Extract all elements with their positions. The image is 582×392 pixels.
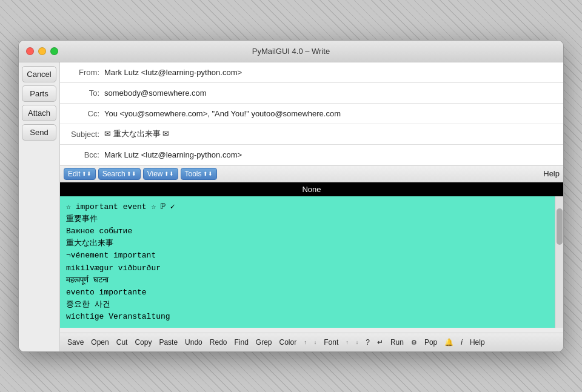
cut-button[interactable]: Cut	[113, 336, 132, 349]
none-label: None	[302, 185, 321, 194]
to-label: To:	[65, 88, 104, 98]
gear-button[interactable]: ⚙	[407, 336, 421, 349]
font-up-button[interactable]: ↑	[342, 337, 352, 348]
scrollbar-thumb[interactable]	[557, 208, 563, 245]
tools-label: Tools	[185, 170, 202, 178]
attach-button[interactable]: Attach	[22, 105, 56, 121]
bell-button[interactable]: 🔔	[441, 336, 457, 349]
bcc-value[interactable]: Mark Lutz <lutz@learning-python.com>	[104, 150, 558, 159]
window-controls	[26, 47, 58, 55]
color-button[interactable]: Color	[276, 336, 301, 349]
search-menu[interactable]: Search ⬆⬇	[98, 168, 141, 180]
copy-button[interactable]: Copy	[131, 336, 155, 349]
paste-button[interactable]: Paste	[155, 336, 181, 349]
view-label: View	[147, 170, 163, 178]
tools-menu[interactable]: Tools ⬆⬇	[181, 168, 217, 180]
scrollbar[interactable]	[555, 196, 563, 328]
bcc-row: Bcc: Mark Lutz <lutz@learning-python.com…	[60, 145, 563, 165]
subject-value[interactable]: ✉ 重大な出来事 ✉	[104, 128, 558, 139]
enter-button[interactable]: ↵	[373, 336, 387, 349]
email-fields: From: Mark Lutz <lutz@learning-python.co…	[60, 62, 563, 166]
redo-button[interactable]: Redo	[206, 336, 231, 349]
run-button[interactable]: Run	[387, 336, 407, 349]
maximize-button[interactable]	[50, 47, 58, 55]
search-arrow: ⬆⬇	[127, 171, 136, 177]
from-label: From:	[65, 68, 104, 77]
cancel-button[interactable]: Cancel	[22, 66, 56, 82]
cc-value[interactable]: You <you@somewhere.com>, "And You!" yout…	[104, 109, 558, 118]
help-button[interactable]: Help	[466, 336, 489, 349]
bcc-label: Bcc:	[65, 150, 104, 159]
color-down-button[interactable]: ↓	[310, 337, 321, 348]
info-button[interactable]: i	[457, 336, 466, 349]
grep-button[interactable]: Grep	[252, 336, 276, 349]
from-value[interactable]: Mark Lutz <lutz@learning-python.com>	[104, 68, 558, 77]
gap-row	[60, 328, 563, 333]
tools-arrow: ⬆⬇	[203, 171, 213, 177]
subject-label: Subject:	[65, 130, 104, 139]
subject-row: Subject: ✉ 重大な出来事 ✉	[60, 124, 563, 145]
undo-button[interactable]: Undo	[181, 336, 206, 349]
from-row: From: Mark Lutz <lutz@learning-python.co…	[60, 62, 563, 83]
font-down-button[interactable]: ↓	[352, 337, 363, 348]
cc-row: Cc: You <you@somewhere.com>, "And You!" …	[60, 104, 563, 124]
view-menu[interactable]: View ⬆⬇	[143, 168, 178, 180]
help-menu[interactable]: Help	[543, 169, 560, 178]
color-up-button[interactable]: ↑	[300, 337, 310, 348]
edit-menu[interactable]: Edit ⬆⬇	[64, 168, 96, 180]
bottom-toolbar: Save Open Cut Copy Paste Undo Redo Find …	[60, 333, 563, 351]
editor-area[interactable]: ☆ important event ☆ ℙ ✓重要事件Важное событи…	[60, 196, 555, 328]
menu-toolbar: Edit ⬆⬇ Search ⬆⬇ View ⬆⬇ Tools ⬆⬇ Help	[60, 166, 563, 182]
font-button[interactable]: Font	[320, 336, 342, 349]
search-label: Search	[102, 170, 125, 178]
parts-button[interactable]: Parts	[22, 85, 56, 102]
find-button[interactable]: Find	[230, 336, 252, 349]
sidebar: Cancel Parts Attach Send	[19, 62, 60, 351]
none-bar: None	[60, 182, 563, 196]
main-window: PyMailGUI 4.0 – Write Cancel Parts Attac…	[18, 40, 564, 352]
cc-label: Cc:	[65, 109, 104, 118]
open-button[interactable]: Open	[87, 336, 112, 349]
help-q-button[interactable]: ?	[362, 336, 373, 349]
send-button[interactable]: Send	[22, 124, 56, 141]
to-row: To: somebody@somewhere.com	[60, 83, 563, 104]
title-bar: PyMailGUI 4.0 – Write	[19, 41, 563, 62]
close-button[interactable]	[26, 47, 34, 55]
minimize-button[interactable]	[38, 47, 46, 55]
view-arrow: ⬆⬇	[164, 171, 174, 177]
pop-button[interactable]: Pop	[421, 336, 441, 349]
to-value[interactable]: somebody@somewhere.com	[104, 88, 558, 98]
edit-arrow: ⬆⬇	[82, 171, 92, 177]
save-button[interactable]: Save	[64, 336, 87, 349]
main-content: From: Mark Lutz <lutz@learning-python.co…	[60, 62, 563, 351]
edit-label: Edit	[68, 170, 81, 178]
window-title: PyMailGUI 4.0 – Write	[252, 47, 330, 56]
window-body: Cancel Parts Attach Send From: Mark Lutz…	[19, 62, 563, 351]
editor-wrapper: ☆ important event ☆ ℙ ✓重要事件Важное событи…	[60, 196, 563, 328]
